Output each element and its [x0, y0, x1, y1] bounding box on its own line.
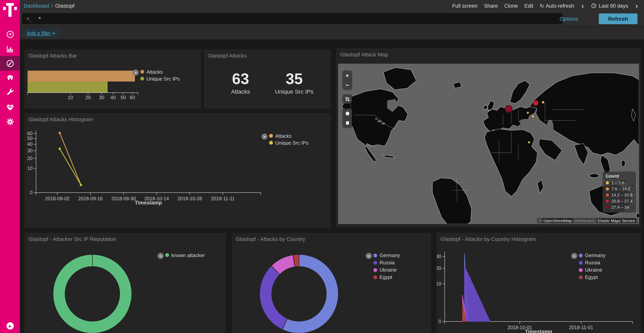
bar-attacks[interactable]: [28, 71, 135, 82]
line-unique-src-ips[interactable]: [60, 149, 81, 185]
legend-label[interactable]: Attacks: [275, 133, 292, 139]
legend-item[interactable]: Egypt: [579, 273, 606, 281]
legend-label[interactable]: known attacker: [171, 252, 205, 258]
legend-label[interactable]: Egypt: [380, 274, 392, 280]
auto-refresh-button[interactable]: ↻Auto-refresh: [540, 3, 574, 9]
sidebar-item-discover[interactable]: [0, 27, 20, 42]
sidebar-item-dashboard[interactable]: [0, 56, 20, 71]
map-zoom-in-button[interactable]: +: [343, 71, 352, 80]
attack-location-dot[interactable]: [505, 105, 512, 113]
legend-item[interactable]: Attacks: [269, 132, 308, 139]
x-tick-label: 2018-09-16: [78, 196, 103, 201]
legend-item[interactable]: Ukraine: [579, 266, 606, 273]
bar-unique-src-ips[interactable]: [28, 82, 108, 93]
add-filter-button[interactable]: Add a filter+: [23, 29, 59, 38]
time-back-button[interactable]: ‹: [581, 2, 585, 10]
attacks-histogram-chart[interactable]: 01020304050602018-09-022018-09-162018-09…: [24, 113, 331, 228]
legend-item[interactable]: known attacker: [165, 252, 205, 259]
legend-item[interactable]: Ukraine: [373, 266, 400, 273]
sidebar-item-dev-tools[interactable]: [0, 85, 20, 100]
legend-expand-icon[interactable]: >: [262, 134, 268, 140]
legend-item[interactable]: Russia: [373, 259, 400, 266]
attack-location-dot[interactable]: [528, 141, 530, 143]
africa: [484, 129, 538, 196]
attack-location-dot[interactable]: [542, 101, 544, 103]
breadcrumb-dashboard-link[interactable]: Dashboard: [24, 3, 49, 9]
legend-item[interactable]: Germany: [373, 252, 400, 259]
legend-label[interactable]: Russia: [585, 260, 600, 265]
search-input[interactable]: >_ *: [22, 13, 562, 24]
map-draw-polygon-button[interactable]: [343, 109, 352, 118]
attack-location-dot[interactable]: [527, 112, 529, 114]
legend-expand-icon[interactable]: >: [158, 253, 164, 259]
legend-item[interactable]: Attacks: [140, 68, 180, 75]
legend-label[interactable]: Unique Src IPs: [146, 76, 180, 82]
map-draw-rectangle-button[interactable]: [343, 118, 352, 127]
legend-dot-icon: [165, 253, 169, 257]
legend-label[interactable]: Unique Src IPs: [275, 140, 308, 146]
sidebar-nav: [0, 27, 20, 129]
sidebar-expand-button[interactable]: ▶: [6, 322, 14, 329]
attack-location-dot[interactable]: [532, 115, 534, 118]
new-zealand: [636, 213, 639, 218]
sidebar-item-timelion[interactable]: [0, 71, 20, 85]
legend-expand-icon[interactable]: >: [366, 253, 372, 259]
query-options-link[interactable]: Options: [560, 12, 578, 26]
panel-title[interactable]: Glastopf - Attacker Src IP Reputation: [24, 233, 226, 245]
legend-label[interactable]: Ukraine: [585, 267, 602, 273]
legend-label[interactable]: Attacks: [146, 69, 163, 75]
full-screen-button[interactable]: Full screen: [452, 3, 478, 9]
edit-button[interactable]: Edit: [524, 3, 534, 9]
reputation-donut-chart[interactable]: [53, 255, 132, 333]
black-sea: [519, 119, 534, 124]
world-map[interactable]: + −: [338, 64, 639, 224]
legend-item[interactable]: Russia: [579, 259, 606, 266]
country-histogram-chart[interactable]: 01020302018-10-012018-11-01Timestamp: [436, 233, 641, 333]
clone-button[interactable]: Clone: [504, 3, 518, 9]
openstreetmap-link[interactable]: OpenStreetMap: [543, 218, 573, 223]
legend-dot-icon: [579, 253, 583, 257]
legend-item[interactable]: Unique Src IPs: [140, 75, 180, 82]
legend-label[interactable]: Germany: [585, 252, 606, 258]
data-point[interactable]: [58, 148, 61, 150]
x-tick-label: 2018-11-01: [569, 325, 593, 330]
area-russia[interactable]: [464, 266, 490, 321]
panel-title[interactable]: Glastopf Attack Map: [336, 48, 641, 61]
telekom-logo[interactable]: [3, 2, 17, 18]
sidebar-item-visualize[interactable]: [0, 42, 20, 56]
y-tick-label: 20: [27, 156, 32, 161]
sidebar-item-monitoring[interactable]: [0, 100, 20, 114]
line-attacks[interactable]: [60, 133, 81, 185]
data-point[interactable]: [80, 184, 82, 186]
slice-known-attacker[interactable]: [59, 260, 126, 327]
data-point[interactable]: [58, 132, 61, 134]
elastic-maps-service-link[interactable]: Elastic Maps Service: [597, 218, 636, 223]
time-forward-button[interactable]: ›: [634, 2, 639, 10]
attack-location-dot[interactable]: [533, 100, 538, 106]
legend-expand-icon[interactable]: >: [133, 70, 139, 76]
legend-expand-icon[interactable]: >: [571, 253, 577, 259]
share-button[interactable]: Share: [484, 3, 498, 9]
map-fit-bounds-button[interactable]: [343, 94, 352, 104]
sidebar-item-management[interactable]: [0, 114, 20, 129]
panel-title[interactable]: Glastopf Attacks: [204, 50, 331, 62]
country-donut-chart[interactable]: [260, 255, 338, 333]
great-lake-1: [377, 120, 382, 122]
legend-label[interactable]: Germany: [380, 252, 400, 258]
map-attribution: © OpenStreetMap contributors, Elastic Ma…: [537, 218, 638, 223]
legend-item[interactable]: Unique Src IPs: [269, 139, 308, 146]
legend-item[interactable]: Egypt: [373, 273, 400, 281]
sumatra: [590, 174, 599, 178]
map-zoom-out-button[interactable]: −: [343, 80, 352, 89]
legend-item[interactable]: Germany: [579, 252, 606, 259]
map-legend-row: 7.6 – 14.2: [606, 186, 632, 192]
kibana-dashboard-app: ▶ Dashboard / Glastopf Full screen Share…: [0, 0, 644, 333]
refresh-button[interactable]: Refresh: [599, 14, 638, 24]
legend-label[interactable]: Russia: [380, 260, 395, 265]
panel-title[interactable]: Glastopf - Attacks by Country: [232, 233, 431, 245]
panel-country-histogram: Glastopf - Attacks by Country Histogram …: [436, 233, 641, 333]
time-range-picker[interactable]: Last 90 days: [591, 3, 628, 9]
legend-label[interactable]: Ukraine: [380, 267, 397, 273]
panel-attack-map: Glastopf Attack Map: [336, 48, 641, 227]
legend-label[interactable]: Egypt: [585, 274, 598, 280]
